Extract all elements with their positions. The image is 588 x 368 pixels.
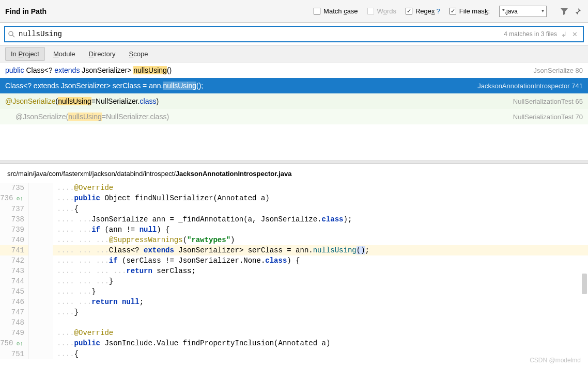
regex-help-icon[interactable]: ? — [437, 7, 440, 15]
search-status: 4 matches in 3 files — [504, 30, 561, 38]
code-preview[interactable]: 735....@Override 736 o↑....public Object… — [0, 183, 588, 359]
tab-in-project[interactable]: In Project — [5, 47, 45, 61]
words-checkbox: Words — [367, 7, 396, 15]
pin-icon[interactable] — [572, 6, 583, 17]
tab-module[interactable]: Module — [48, 47, 81, 60]
checkbox-icon: ✓ — [450, 8, 456, 14]
scrollbar-thumb[interactable] — [582, 274, 587, 294]
preview-file-path: src/main/java/com/fasterxml/jackson/data… — [0, 164, 588, 183]
checkbox-icon: ✓ — [406, 8, 412, 14]
tab-directory[interactable]: Directory — [84, 47, 121, 60]
search-field-container: 4 matches in 3 files ↲ ✕ — [4, 26, 584, 42]
tab-scope[interactable]: Scope — [124, 47, 153, 60]
header-bar: Find in Path Match case Words ✓ Regex ? … — [0, 0, 588, 23]
file-mask-input[interactable] — [499, 6, 547, 17]
checkbox-icon — [314, 8, 320, 14]
checkbox-icon — [367, 8, 374, 14]
dialog-title: Find in Path — [5, 7, 47, 15]
enter-icon: ↲ — [561, 30, 567, 38]
file-mask-checkbox[interactable]: ✓ File mask: — [450, 7, 490, 15]
filter-icon[interactable] — [559, 6, 569, 17]
svg-point-0 — [9, 31, 13, 36]
results-list: public Class<? extends JsonSerializer> n… — [0, 62, 588, 124]
result-row[interactable]: public Class<? extends JsonSerializer> n… — [0, 62, 588, 78]
close-icon[interactable]: ✕ — [572, 30, 578, 38]
search-icon — [5, 30, 18, 38]
result-row[interactable]: Class<? extends JsonSerializer> serClass… — [0, 78, 588, 93]
search-input[interactable] — [18, 28, 504, 40]
match-case-checkbox[interactable]: Match case — [314, 7, 358, 15]
result-row[interactable]: @JsonSerialize(nullsUsing=NullSerializer… — [0, 109, 588, 124]
watermark: CSDN @modelmd — [530, 357, 581, 364]
svg-line-1 — [12, 35, 14, 37]
result-row[interactable]: @JsonSerialize(nullsUsing=NullSerializer… — [0, 93, 588, 109]
regex-checkbox[interactable]: ✓ Regex ? — [406, 7, 440, 15]
scope-tabs: In Project Module Directory Scope — [0, 45, 588, 62]
